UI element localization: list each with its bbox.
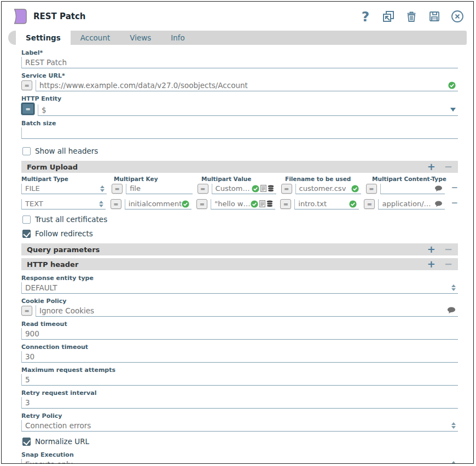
expression-toggle[interactable]: = [281, 184, 292, 194]
tab-views[interactable]: Views [120, 31, 161, 45]
multipart-type-select[interactable]: FILE [21, 184, 107, 194]
table-row: FILE = file = Customer.cs [21, 183, 458, 194]
document-icon[interactable] [259, 200, 265, 207]
valid-check-icon [252, 185, 259, 193]
response-entity-type-caption: Response entity type [21, 275, 458, 282]
remove-row-icon[interactable]: − [444, 259, 452, 269]
expression-toggle[interactable]: = [21, 80, 32, 90]
spinner-icon[interactable] [451, 461, 456, 464]
multipart-value-input[interactable]: "hello world [211, 199, 275, 209]
valid-check-icon [349, 200, 357, 208]
add-row-icon[interactable]: + [427, 162, 436, 172]
snap-execution-select[interactable]: Execute only [21, 459, 458, 464]
dialog-header: REST Patch ? [2, 2, 473, 28]
spinner-icon[interactable] [451, 284, 456, 291]
checkbox-row-trust-certificates: Trust all certificates [22, 215, 458, 224]
filename-input[interactable]: customer.csv [295, 184, 361, 194]
dropdown-arrow-icon[interactable] [450, 108, 456, 112]
field-read-timeout: Read timeout 900 [21, 321, 458, 340]
spinner-icon[interactable] [451, 422, 456, 429]
max-request-attempts-input[interactable]: 5 [21, 374, 458, 386]
tab-account[interactable]: Account [71, 31, 120, 45]
database-stack-icon[interactable] [266, 200, 273, 207]
filename-input[interactable]: intro.txt [294, 199, 359, 209]
normalize-url-checkbox[interactable] [22, 438, 31, 446]
comment-bubble-icon[interactable] [434, 201, 443, 207]
valid-check-icon [351, 185, 359, 193]
expression-toggle[interactable]: = [112, 184, 123, 194]
add-row-icon[interactable]: + [427, 259, 436, 269]
multipart-key-input[interactable]: initialcomment [125, 199, 192, 209]
cookie-policy-input[interactable]: Ignore Cookies [36, 305, 458, 317]
section-query-parameters: Query parameters + − [21, 243, 458, 255]
response-entity-type-select[interactable]: DEFAULT [21, 282, 458, 294]
form-upload-column-headers: Multipart Type Multipart Key Multipart V… [21, 176, 458, 182]
show-all-headers-checkbox[interactable] [22, 147, 31, 155]
field-label: Label* REST Patch [21, 49, 458, 68]
section-form-upload: Form Upload + − [21, 161, 458, 173]
field-snap-execution: Snap Execution Execute only [21, 451, 458, 464]
trust-certificates-checkbox[interactable] [22, 215, 31, 224]
follow-redirects-checkbox[interactable] [22, 230, 31, 238]
form-upload-title: Form Upload [27, 163, 427, 171]
expression-toggle[interactable]: = [366, 184, 377, 194]
expression-toggle[interactable]: = [111, 199, 121, 209]
form-upload-table: Multipart Type Multipart Key Multipart V… [21, 176, 458, 209]
expression-toggle[interactable]: = [280, 199, 291, 209]
col-multipart-type: Multipart Type [21, 176, 109, 182]
read-timeout-input[interactable]: 900 [21, 328, 458, 340]
trash-icon[interactable] [404, 9, 419, 24]
open-external-icon[interactable] [381, 9, 396, 24]
content-type-input[interactable] [380, 184, 445, 194]
comment-bubble-icon[interactable] [447, 307, 456, 314]
field-retry-request-interval: Retry request interval 3 [21, 389, 458, 409]
retry-request-interval-input[interactable]: 3 [21, 397, 458, 409]
document-icon[interactable] [260, 185, 266, 192]
multipart-value-input[interactable]: Customer.cs [212, 184, 276, 194]
show-all-headers-label: Show all headers [35, 147, 98, 155]
multipart-type-select[interactable]: TEXT [21, 199, 106, 209]
expression-toggle[interactable]: = [196, 199, 207, 209]
comment-bubble-icon[interactable] [434, 185, 443, 192]
spinner-icon[interactable] [100, 185, 105, 192]
table-row: TEXT = initialcomment = "hello world [21, 198, 458, 209]
snap-execution-caption: Snap Execution [21, 451, 458, 458]
col-multipart-key: Multipart Key [114, 176, 196, 182]
connection-timeout-input[interactable]: 30 [21, 351, 458, 363]
valid-check-icon [448, 81, 456, 89]
spinner-icon[interactable] [99, 201, 103, 207]
remove-row-icon[interactable]: − [444, 162, 452, 172]
http-header-title: HTTP header [27, 260, 427, 269]
checkbox-row-show-all-headers: Show all headers [22, 147, 458, 155]
multipart-key-input[interactable]: file [126, 184, 192, 194]
content-type-input[interactable]: application/oct [378, 199, 445, 209]
tab-bar: Settings Account Views Info [8, 31, 467, 45]
remove-row-icon[interactable]: − [444, 244, 452, 254]
tab-info[interactable]: Info [161, 31, 195, 45]
expression-toggle[interactable]: = [364, 199, 375, 209]
expression-toggle[interactable]: = [21, 306, 32, 316]
delete-row-icon[interactable]: − [451, 198, 458, 208]
expression-toggle[interactable]: = [198, 184, 208, 194]
label-input[interactable]: REST Patch [21, 57, 458, 68]
delete-row-icon[interactable]: − [451, 183, 458, 193]
expression-toggle-active[interactable]: = [21, 103, 34, 115]
snap-purple-icon [10, 8, 28, 25]
normalize-url-label: Normalize URL [35, 437, 89, 446]
field-retry-policy: Retry Policy Connection errors [21, 412, 458, 432]
http-entity-caption: HTTP Entity [21, 95, 458, 102]
field-response-entity-type: Response entity type DEFAULT [21, 275, 458, 294]
http-entity-input[interactable]: $ [38, 104, 458, 116]
retry-policy-select[interactable]: Connection errors [21, 420, 458, 432]
batch-size-input[interactable] [21, 127, 458, 139]
retry-request-interval-caption: Retry request interval [21, 389, 458, 397]
tab-settings[interactable]: Settings [16, 31, 71, 45]
save-icon[interactable] [427, 9, 442, 24]
query-parameters-title: Query parameters [27, 246, 427, 254]
service-url-input[interactable]: https://www.example.com/data/v27.0/soobj… [36, 80, 458, 91]
batch-size-caption: Batch size [21, 120, 458, 127]
add-row-icon[interactable]: + [427, 244, 436, 254]
help-icon[interactable]: ? [358, 9, 373, 24]
database-stack-icon[interactable] [268, 185, 274, 192]
close-icon[interactable] [450, 9, 465, 24]
